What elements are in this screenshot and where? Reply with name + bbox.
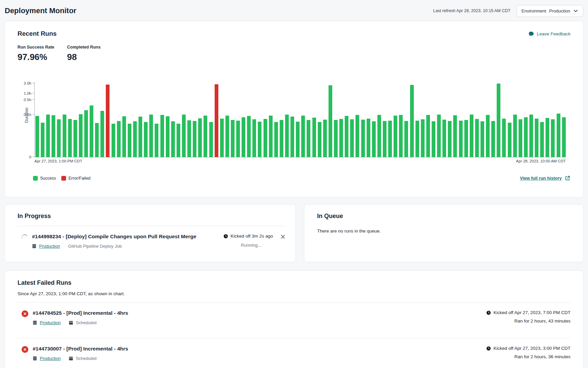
chart-bar-success[interactable] bbox=[421, 119, 425, 157]
chart-bar-success[interactable] bbox=[138, 117, 142, 157]
chart-bar-success[interactable] bbox=[280, 120, 283, 157]
chart-bar-success[interactable] bbox=[491, 121, 495, 157]
chart-bar-success[interactable] bbox=[388, 121, 392, 157]
chart-bar-success[interactable] bbox=[100, 111, 104, 157]
chart-bar-success[interactable] bbox=[355, 115, 359, 157]
chart-bar-success[interactable] bbox=[497, 84, 500, 157]
environment-link[interactable]: Production bbox=[40, 320, 61, 325]
chart-bar-success[interactable] bbox=[307, 120, 310, 157]
chart-bar-success[interactable] bbox=[52, 115, 55, 157]
chart-bar-success[interactable] bbox=[562, 117, 566, 157]
chart-bar-success[interactable] bbox=[399, 115, 403, 157]
chart-bar-success[interactable] bbox=[122, 116, 126, 157]
chart-bar-success[interactable] bbox=[426, 115, 430, 157]
chart-bar-success[interactable] bbox=[112, 124, 115, 157]
chart-bar-success[interactable] bbox=[383, 121, 386, 157]
chart-bar-success[interactable] bbox=[404, 121, 408, 157]
chart-bar-success[interactable] bbox=[475, 119, 479, 157]
chart-bar-success[interactable] bbox=[459, 121, 463, 157]
chart-bar-success[interactable] bbox=[508, 123, 512, 157]
chart-bar-success[interactable] bbox=[144, 122, 148, 157]
chart-bar-success[interactable] bbox=[301, 116, 305, 157]
chart-bar-success[interactable] bbox=[182, 115, 186, 157]
chart-bar-success[interactable] bbox=[247, 116, 251, 157]
chart-bar-success[interactable] bbox=[464, 120, 468, 157]
cancel-run-button[interactable] bbox=[280, 234, 285, 239]
chart-bar-success[interactable] bbox=[35, 116, 39, 157]
chart-bar-success[interactable] bbox=[220, 119, 224, 157]
chart-bar-success[interactable] bbox=[377, 115, 381, 157]
chart-bar-success[interactable] bbox=[290, 117, 294, 157]
chart-bar-success[interactable] bbox=[410, 85, 414, 157]
chart-bar-success[interactable] bbox=[551, 119, 555, 157]
chart-bar-success[interactable] bbox=[339, 119, 343, 157]
chart-bar-success[interactable] bbox=[264, 119, 267, 157]
chart-bar-success[interactable] bbox=[448, 121, 452, 157]
chart-bar-success[interactable] bbox=[177, 124, 180, 157]
chart-bar-success[interactable] bbox=[481, 121, 484, 157]
chart-bar-success[interactable] bbox=[160, 115, 164, 157]
environment-dropdown[interactable]: Environment Production bbox=[517, 5, 583, 17]
chart-bar-success[interactable] bbox=[296, 122, 300, 157]
chart-bar-success[interactable] bbox=[90, 105, 93, 157]
chart-bar-success[interactable] bbox=[63, 115, 66, 157]
chart-bar-success[interactable] bbox=[285, 115, 289, 157]
chart-bar-success[interactable] bbox=[166, 116, 169, 157]
environment-link[interactable]: Production bbox=[40, 356, 61, 361]
chart-bar-success[interactable] bbox=[535, 119, 538, 157]
chart-bar-success[interactable] bbox=[187, 120, 191, 157]
chart-bar-success[interactable] bbox=[198, 118, 202, 157]
chart-bar-success[interactable] bbox=[361, 120, 365, 157]
chart-bar-success[interactable] bbox=[367, 119, 370, 157]
chart-bar-success[interactable] bbox=[57, 119, 61, 157]
chart-bar-success[interactable] bbox=[432, 121, 435, 157]
chart-bar-success[interactable] bbox=[149, 115, 153, 157]
leave-feedback-link[interactable]: Leave Feedback bbox=[528, 31, 570, 37]
chart-bar-success[interactable] bbox=[486, 115, 490, 157]
chart-bar-success[interactable] bbox=[394, 116, 397, 157]
chart-bar-success[interactable] bbox=[437, 115, 441, 157]
chart-bar-failed[interactable] bbox=[215, 84, 218, 157]
chart-bar-success[interactable] bbox=[209, 122, 213, 157]
chart-bar-success[interactable] bbox=[128, 124, 131, 157]
chart-bar-success[interactable] bbox=[529, 115, 533, 157]
chart-bar-success[interactable] bbox=[258, 122, 261, 157]
chart-bar-success[interactable] bbox=[557, 114, 560, 157]
chart-bar-success[interactable] bbox=[95, 123, 99, 157]
chart-bar-success[interactable] bbox=[117, 121, 121, 157]
chart-bar-success[interactable] bbox=[204, 116, 207, 157]
chart-bar-success[interactable] bbox=[252, 119, 256, 157]
chart-bar-success[interactable] bbox=[46, 115, 50, 157]
chart-bar-success[interactable] bbox=[334, 120, 338, 157]
chart-bar-success[interactable] bbox=[225, 116, 229, 157]
chart-bar-success[interactable] bbox=[453, 115, 457, 157]
chart-bar-success[interactable] bbox=[236, 121, 240, 157]
chart-bar-success[interactable] bbox=[171, 121, 175, 157]
environment-link[interactable]: Production bbox=[39, 244, 60, 249]
chart-bar-success[interactable] bbox=[231, 120, 235, 157]
chart-bar-success[interactable] bbox=[242, 117, 245, 157]
chart-bar-success[interactable] bbox=[524, 117, 528, 157]
chart-bar-success[interactable] bbox=[68, 119, 72, 157]
chart-bar-success[interactable] bbox=[442, 120, 446, 157]
chart-bar-success[interactable] bbox=[79, 114, 83, 157]
chart-bar-success[interactable] bbox=[329, 85, 332, 157]
chart-bar-failed[interactable] bbox=[106, 85, 110, 157]
chart-bar-success[interactable] bbox=[546, 118, 549, 157]
chart-bar-success[interactable] bbox=[415, 121, 419, 157]
chart-bar-success[interactable] bbox=[345, 116, 348, 157]
chart-bar-success[interactable] bbox=[470, 115, 473, 157]
chart-bar-success[interactable] bbox=[193, 121, 196, 157]
chart-bar-success[interactable] bbox=[350, 119, 354, 157]
chart-bar-success[interactable] bbox=[519, 119, 522, 157]
chart-bar-success[interactable] bbox=[274, 122, 278, 157]
chart-bar-success[interactable] bbox=[73, 120, 77, 157]
chart-bar-success[interactable] bbox=[318, 122, 321, 157]
chart-bar-success[interactable] bbox=[133, 121, 137, 157]
chart-bar-success[interactable] bbox=[269, 116, 273, 157]
view-full-run-history-link[interactable]: View full run history bbox=[520, 175, 570, 181]
chart-bar-success[interactable] bbox=[502, 119, 506, 157]
chart-bar-success[interactable] bbox=[513, 115, 517, 157]
chart-bar-success[interactable] bbox=[84, 110, 88, 157]
chart-bar-success[interactable] bbox=[312, 118, 316, 157]
